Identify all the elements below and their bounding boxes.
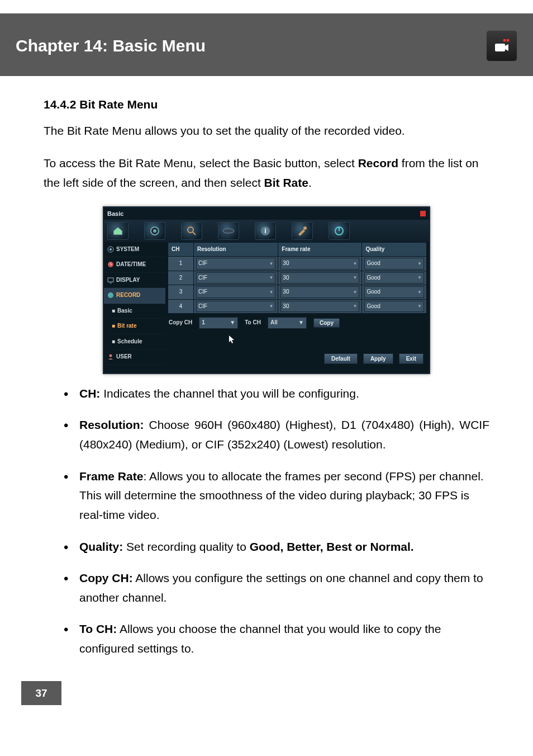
chevron-down-icon: ▼: [353, 303, 357, 310]
text: To access the Bit Rate Menu, select the …: [44, 157, 358, 169]
toolbar-power-icon[interactable]: [329, 222, 350, 240]
col-header-quality: Quality: [362, 242, 427, 257]
chevron-down-icon: ▼: [417, 303, 422, 310]
sidebar-label: SYSTEM: [116, 245, 139, 254]
term: Frame Rate: [79, 470, 143, 483]
quality-dropdown[interactable]: Good▼: [364, 286, 424, 298]
close-icon[interactable]: [420, 211, 426, 216]
user-icon: [107, 353, 114, 360]
list-item: Resolution: Choose 960H (960x480) (Highe…: [64, 415, 489, 454]
col-header-resolution: Resolution: [194, 242, 278, 257]
toolbar-home-icon[interactable]: [107, 222, 129, 240]
resolution-dropdown[interactable]: CIF▼: [196, 301, 275, 313]
chevron-down-icon: ▼: [353, 260, 357, 267]
term: Copy CH:: [79, 571, 133, 584]
quality-dropdown[interactable]: Good▼: [364, 272, 424, 284]
to-ch-label: To CH: [245, 318, 261, 328]
resolution-dropdown[interactable]: CIF▼: [196, 286, 275, 298]
sidebar-subitem-bitrate[interactable]: ■ Bit rate: [108, 319, 165, 334]
desc: Allows you choose the channel that you w…: [79, 622, 441, 655]
chevron-down-icon: ▼: [417, 274, 422, 281]
desc: Allows you configure the settings on one…: [79, 571, 483, 604]
chapter-header: Chapter 14: Basic Menu: [0, 13, 533, 76]
section-title: 14.4.2 Bit Rate Menu: [44, 95, 489, 115]
svg-point-1: [507, 39, 510, 42]
chapter-title: Chapter 14: Basic Menu: [16, 32, 206, 60]
toolbar-hdd-icon[interactable]: [218, 222, 239, 240]
main-panel: CH Resolution Frame rate Quality 1 CIF▼ …: [165, 242, 429, 373]
sidebar-sublabel: Bit rate: [117, 322, 136, 331]
framerate-dropdown[interactable]: 30▼: [280, 286, 359, 298]
table-row: 2 CIF▼ 30▼ Good▼: [168, 271, 427, 285]
term: To CH:: [79, 622, 117, 635]
table-row: 4 CIF▼ 30▼ Good▼: [168, 299, 427, 314]
copy-ch-label: Copy CH: [169, 318, 192, 328]
resolution-dropdown[interactable]: CIF▼: [196, 258, 275, 270]
svg-point-14: [110, 248, 112, 251]
quality-dropdown[interactable]: Good▼: [364, 301, 424, 313]
record-icon: [107, 292, 114, 299]
bitrate-table: CH Resolution Frame rate Quality 1 CIF▼ …: [168, 242, 427, 314]
svg-rect-2: [495, 44, 505, 51]
framerate-dropdown[interactable]: 30▼: [280, 258, 359, 270]
chevron-down-icon: ▼: [269, 274, 273, 281]
bitrate-menu-screenshot: Basic i: [103, 206, 430, 374]
toolbar-tools-icon[interactable]: [292, 222, 313, 240]
copy-button[interactable]: Copy: [313, 318, 340, 328]
list-item: Copy CH: Allows you configure the settin…: [64, 569, 489, 607]
sidebar-item-datetime[interactable]: DATE/TIME: [104, 257, 165, 273]
term: CH:: [79, 387, 100, 400]
framerate-dropdown[interactable]: 30▼: [280, 272, 359, 284]
toolbar-record-icon[interactable]: [144, 222, 165, 240]
framerate-dropdown[interactable]: 30▼: [280, 301, 359, 313]
col-header-framerate: Frame rate: [278, 242, 362, 257]
footer-buttons: Default Apply Exit: [168, 349, 427, 368]
feature-list: CH: Indicates the channel that you will …: [64, 384, 489, 659]
sidebar-sublabel: Schedule: [117, 337, 142, 347]
apply-button[interactable]: Apply: [363, 353, 393, 364]
quality-dropdown[interactable]: Good▼: [364, 258, 424, 270]
svg-text:i: i: [264, 227, 266, 235]
list-item: To CH: Allows you choose the channel tha…: [64, 620, 489, 658]
exit-button[interactable]: Exit: [399, 353, 423, 364]
text-bold: Record: [358, 157, 398, 169]
access-paragraph: To access the Bit Rate Menu, select the …: [44, 154, 489, 192]
text-bold: Bit Rate: [264, 176, 308, 189]
chevron-down-icon: ▼: [353, 289, 357, 296]
chevron-down-icon: ▼: [353, 274, 357, 281]
svg-point-0: [503, 39, 506, 42]
page-number: 37: [21, 681, 61, 705]
monitor-icon: [107, 277, 114, 284]
desc-bold: Good, Better, Best or Normal.: [250, 540, 414, 553]
sidebar-subitem-schedule[interactable]: ■ Schedule: [108, 334, 165, 350]
camera-icon: [486, 30, 517, 62]
svg-line-6: [193, 232, 196, 235]
cell-ch: 2: [168, 271, 194, 285]
toolbar-info-icon[interactable]: i: [255, 222, 276, 240]
default-button[interactable]: Default: [324, 353, 358, 364]
svg-point-4: [153, 229, 156, 233]
copy-row: Copy CH 1▼ To CH All▼ Copy: [168, 314, 427, 332]
toolbar: i: [104, 220, 429, 242]
sidebar: SYSTEM DATE/TIME DISPLAY: [104, 242, 165, 373]
toolbar-search-icon[interactable]: [181, 222, 202, 240]
svg-point-18: [108, 292, 113, 298]
sidebar-item-user[interactable]: USER: [104, 349, 165, 365]
chevron-down-icon: ▼: [230, 318, 235, 328]
cell-ch: 4: [168, 299, 194, 314]
chevron-down-icon: ▼: [417, 289, 422, 296]
sidebar-item-record[interactable]: RECORD: [104, 288, 165, 304]
chevron-down-icon: ▼: [298, 318, 304, 328]
sidebar-label: DATE/TIME: [116, 260, 146, 270]
list-item: CH: Indicates the channel that you will …: [64, 384, 489, 404]
svg-rect-16: [108, 278, 113, 282]
intro-paragraph: The Bit Rate Menu allows you to set the …: [44, 121, 489, 141]
sidebar-subitem-basic[interactable]: ■ Basic: [108, 304, 165, 319]
list-item: Frame Rate: Allows you to allocate the f…: [64, 467, 489, 525]
sidebar-item-display[interactable]: DISPLAY: [104, 273, 165, 289]
resolution-dropdown[interactable]: CIF▼: [196, 272, 275, 284]
copy-ch-dropdown[interactable]: 1▼: [199, 317, 238, 329]
to-ch-dropdown[interactable]: All▼: [268, 317, 307, 329]
sidebar-label: RECORD: [116, 291, 140, 300]
sidebar-item-system[interactable]: SYSTEM: [104, 242, 165, 258]
